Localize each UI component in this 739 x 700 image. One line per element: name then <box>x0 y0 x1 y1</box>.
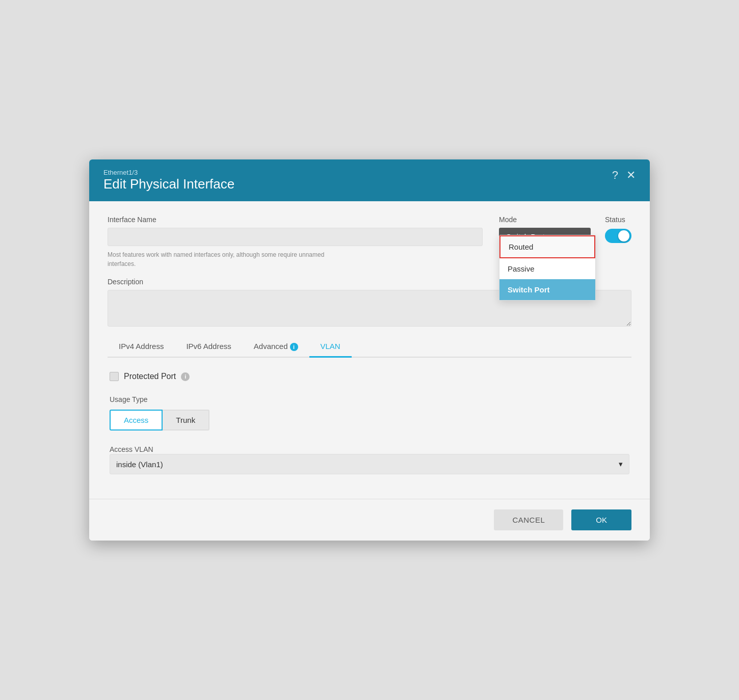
edit-physical-interface-dialog: Ethernet1/3 Edit Physical Interface ? ✕ … <box>89 159 650 541</box>
vlan-chevron-down-icon: ▾ <box>619 460 623 469</box>
tab-vlan[interactable]: VLAN <box>309 337 352 358</box>
dropdown-item-switchport[interactable]: Switch Port <box>499 279 595 300</box>
mode-status-section: Mode Switch Port ▾ Routed Passive Switch… <box>499 216 631 246</box>
dialog-title: Edit Physical Interface <box>103 176 234 192</box>
tab-ipv4[interactable]: IPv4 Address <box>108 337 175 358</box>
access-vlan-label: Access VLAN <box>110 445 153 453</box>
interface-name-label: Interface Name <box>108 216 483 224</box>
tab-advanced-label: Advanced <box>254 342 288 351</box>
status-label: Status <box>605 216 625 224</box>
tab-ipv6[interactable]: IPv6 Address <box>175 337 242 358</box>
tab-advanced[interactable]: Advancedi <box>243 337 309 358</box>
toggle-track <box>605 229 631 243</box>
status-toggle[interactable] <box>605 229 631 243</box>
mode-label: Mode <box>499 216 591 224</box>
vlan-content: Protected Port i Usage Type Access Trunk… <box>108 372 631 474</box>
toggle-knob <box>618 230 629 241</box>
tabs-row: IPv4 Address IPv6 Address Advancedi VLAN <box>108 337 631 358</box>
dropdown-item-passive[interactable]: Passive <box>499 258 595 279</box>
interface-name-input[interactable] <box>108 228 483 246</box>
dialog-subtitle: Ethernet1/3 <box>103 169 234 176</box>
usage-type-section: Usage Type Access Trunk <box>110 395 629 445</box>
dialog-body: Interface Name Most features work with n… <box>89 201 650 499</box>
access-vlan-section: Access VLAN inside (Vlan1) ▾ <box>110 445 629 474</box>
mode-section: Mode Switch Port ▾ Routed Passive Switch… <box>499 216 591 246</box>
dropdown-item-routed[interactable]: Routed <box>499 235 595 258</box>
protected-port-checkbox[interactable] <box>110 372 119 381</box>
protected-port-row: Protected Port i <box>110 372 629 381</box>
status-section: Status <box>605 216 631 243</box>
access-vlan-dropdown[interactable]: inside (Vlan1) ▾ <box>110 454 629 474</box>
close-icon[interactable]: ✕ <box>626 169 636 182</box>
help-icon[interactable]: ? <box>612 169 618 182</box>
ok-button[interactable]: OK <box>571 509 631 530</box>
advanced-info-icon: i <box>290 343 298 351</box>
usage-type-row: Access Trunk <box>110 410 629 430</box>
interface-name-section: Interface Name Most features work with n… <box>108 216 483 268</box>
top-row: Interface Name Most features work with n… <box>108 216 631 268</box>
dialog-footer: CANCEL OK <box>89 499 650 541</box>
header-icons: ? ✕ <box>612 169 636 182</box>
protected-port-label: Protected Port <box>124 372 176 381</box>
usage-access-button[interactable]: Access <box>110 410 163 430</box>
access-vlan-value: inside (Vlan1) <box>116 460 163 469</box>
protected-port-info-icon[interactable]: i <box>181 372 190 381</box>
usage-trunk-button[interactable]: Trunk <box>163 410 209 430</box>
interface-hint: Most features work with named interfaces… <box>108 250 352 268</box>
usage-type-label: Usage Type <box>110 395 629 403</box>
dialog-header: Ethernet1/3 Edit Physical Interface ? ✕ <box>89 159 650 201</box>
header-title-section: Ethernet1/3 Edit Physical Interface <box>103 169 234 192</box>
cancel-button[interactable]: CANCEL <box>494 509 563 530</box>
mode-dropdown-menu: Routed Passive Switch Port <box>499 235 596 301</box>
